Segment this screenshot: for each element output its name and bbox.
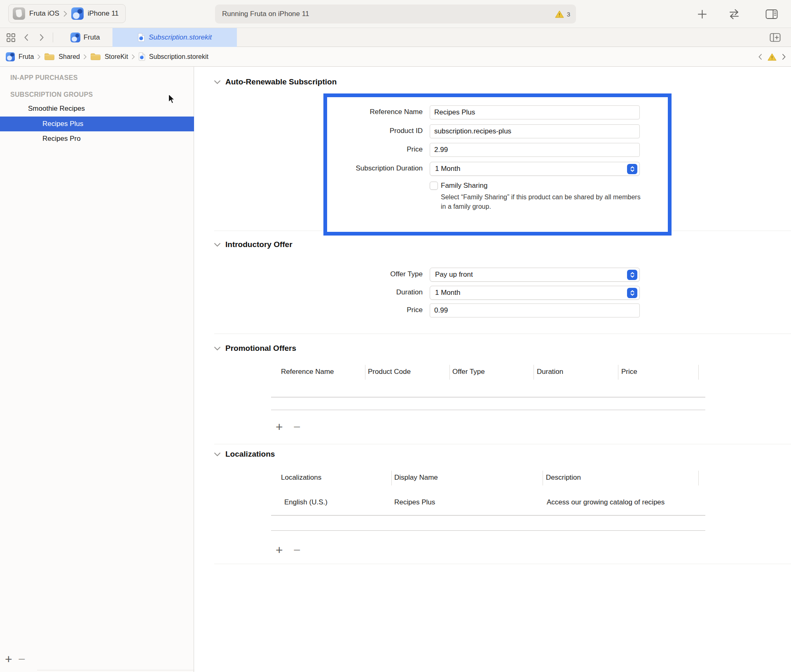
- forward-button[interactable]: [40, 28, 44, 47]
- promo-col-reference-name: Reference Name: [281, 368, 334, 376]
- breadcrumb-project[interactable]: Fruta: [19, 53, 34, 61]
- loc-cell-language[interactable]: English (U.S.): [284, 498, 328, 506]
- code-review-button[interactable]: [728, 0, 740, 28]
- popup-stepper-icon: [627, 270, 637, 280]
- sidebar-add-button[interactable]: +: [5, 652, 12, 666]
- scheme-name[interactable]: Fruta iOS: [29, 9, 59, 18]
- sidebar-item-recipes-pro[interactable]: Recipes Pro: [42, 135, 81, 143]
- column-separator: [698, 471, 699, 485]
- breadcrumb-folder-shared[interactable]: Shared: [59, 53, 80, 61]
- tab-label: Fruta: [84, 33, 100, 42]
- previous-issue-button[interactable]: [756, 52, 764, 62]
- section-divider: [214, 334, 791, 334]
- sidebar-item-recipes-plus[interactable]: Recipes Plus: [0, 117, 194, 131]
- sidebar-item-smoothie-recipes[interactable]: Smoothie Recipes: [28, 105, 85, 113]
- loc-cell-display-name[interactable]: Recipes Plus: [394, 498, 435, 506]
- price-label: Price: [277, 145, 423, 154]
- intro-duration-label: Duration: [277, 288, 423, 296]
- section-introductory-offer: Introductory Offer: [214, 240, 293, 249]
- reference-name-field[interactable]: [430, 105, 640, 119]
- offer-type-label: Offer Type: [277, 270, 423, 278]
- section-title: Auto-Renewable Subscription: [225, 77, 337, 86]
- back-button[interactable]: [24, 28, 28, 47]
- sidebar-remove-button[interactable]: −: [18, 652, 26, 666]
- project-icon: [6, 52, 15, 61]
- intro-duration-popup[interactable]: 1 Month: [430, 286, 640, 300]
- popup-stepper-icon: [627, 288, 637, 298]
- section-promotional-offers: Promotional Offers: [214, 344, 296, 353]
- popup-value: Pay up front: [435, 271, 473, 279]
- chevron-right-icon: [782, 54, 786, 60]
- column-separator: [543, 471, 543, 485]
- toolbar: Fruta iOS iPhone 11 Running Fruta on iPh…: [0, 0, 791, 28]
- folder-icon: [90, 53, 101, 61]
- table-row-line: [271, 397, 705, 397]
- intro-price-label: Price: [277, 306, 423, 314]
- family-sharing-label: Family Sharing: [441, 182, 487, 190]
- sidebar-header-in-app-purchases: IN-APP PURCHASES: [10, 74, 78, 82]
- disclosure-chevron-icon[interactable]: [214, 347, 220, 350]
- loc-col-description: Description: [546, 474, 581, 482]
- chevron-right-icon: [37, 54, 40, 59]
- product-id-label: Product ID: [277, 127, 423, 135]
- reference-name-label: Reference Name: [277, 108, 423, 116]
- disclosure-chevron-icon[interactable]: [214, 80, 220, 84]
- warning-badge[interactable]: 3: [555, 5, 570, 23]
- tab-subscription-storekit[interactable]: Subscription.storekit: [112, 28, 237, 47]
- swap-arrows-icon: [728, 9, 740, 20]
- chevron-right-icon: [40, 34, 44, 41]
- table-row-line: [271, 515, 705, 516]
- app-icon: [70, 33, 80, 42]
- grid-icon: [7, 33, 15, 42]
- section-auto-renewable-subscription: Auto-Renewable Subscription: [214, 77, 337, 86]
- xcode-window: { "toolbar": { "scheme": "Fruta iOS", "d…: [0, 0, 791, 672]
- column-separator: [698, 365, 699, 380]
- section-title: Promotional Offers: [225, 344, 296, 353]
- related-items-button[interactable]: [7, 28, 15, 47]
- library-add-button[interactable]: [697, 0, 707, 28]
- popup-stepper-icon: [627, 164, 637, 174]
- add-editor-button[interactable]: [770, 28, 781, 47]
- subscription-duration-popup[interactable]: 1 Month: [430, 162, 640, 176]
- promo-col-price: Price: [621, 368, 637, 376]
- column-separator: [618, 365, 618, 380]
- promo-col-duration: Duration: [537, 368, 563, 376]
- warning-count: 3: [567, 11, 570, 18]
- loc-col-localizations: Localizations: [281, 474, 321, 482]
- inspector-toggle-button[interactable]: [765, 0, 778, 28]
- offer-type-popup[interactable]: Pay up front: [430, 268, 640, 282]
- activity-view: Running Fruta on iPhone 11 3: [215, 5, 576, 23]
- chevron-left-icon: [758, 54, 762, 60]
- disclosure-chevron-icon[interactable]: [214, 243, 220, 247]
- column-separator: [534, 365, 534, 380]
- folder-icon: [44, 53, 55, 61]
- storekit-sidebar: IN-APP PURCHASES SUBSCRIPTION GROUPS Smo…: [0, 67, 194, 672]
- product-id-field[interactable]: [430, 124, 640, 138]
- table-row-line: [271, 530, 705, 531]
- tab-bar: Fruta Subscription.storekit: [0, 28, 791, 47]
- intro-price-field[interactable]: [430, 303, 640, 317]
- activity-status-text: Running Fruta on iPhone 11: [222, 10, 309, 18]
- breadcrumb-file[interactable]: Subscription.storekit: [149, 53, 208, 61]
- next-issue-button[interactable]: [780, 52, 788, 62]
- promo-add-button[interactable]: +: [276, 420, 283, 434]
- tab-fruta[interactable]: Fruta: [58, 28, 112, 47]
- scheme-selector[interactable]: Fruta iOS iPhone 11: [8, 4, 126, 23]
- price-field[interactable]: [430, 143, 640, 157]
- add-editor-icon: [770, 33, 781, 42]
- loc-cell-description[interactable]: Access our growing catalog of recipes: [547, 498, 665, 506]
- column-separator: [449, 365, 450, 380]
- scheme-app-icon: [13, 7, 25, 20]
- jump-bar: Fruta Shared StoreKit Subscription.store…: [0, 47, 791, 67]
- breadcrumb-folder-storekit[interactable]: StoreKit: [105, 53, 128, 61]
- run-destination-name[interactable]: iPhone 11: [88, 9, 119, 18]
- tab-label: Subscription.storekit: [149, 33, 212, 42]
- subscription-duration-label: Subscription Duration: [277, 164, 423, 173]
- family-sharing-checkbox[interactable]: [430, 182, 438, 190]
- popup-value: 1 Month: [435, 165, 460, 173]
- loc-col-display-name: Display Name: [394, 474, 438, 482]
- disclosure-chevron-icon[interactable]: [214, 453, 220, 456]
- promo-remove-button[interactable]: −: [293, 420, 301, 434]
- loc-add-button[interactable]: +: [276, 543, 283, 557]
- loc-remove-button[interactable]: −: [293, 543, 301, 557]
